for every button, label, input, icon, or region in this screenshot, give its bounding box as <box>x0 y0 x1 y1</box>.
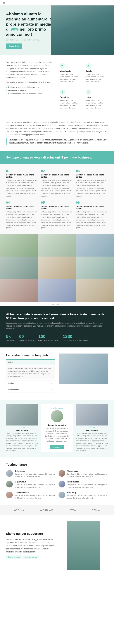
faq-item-0[interactable]: Article ▸ <box>6 360 55 365</box>
testimonial-text-5: Mike Perry Sample text. Click to select … <box>67 492 108 499</box>
stat-label-3: Opportunità per la consentimento <box>63 340 88 342</box>
team-center-content: La miglior squadra La miglior squadra Sa… <box>41 404 73 452</box>
blue-banner: Sviluppo di una strategia di soluzioni I… <box>0 151 114 164</box>
feature-desc-0: Sample text. Click to select the text bo… <box>60 73 79 83</box>
testimonial-name-3: Paolo Hudson <box>67 481 108 483</box>
stat-item-1: 60 Operazioni efficienti <box>19 334 34 342</box>
faq-question-0: Article <box>8 361 13 363</box>
support-image-side <box>59 521 108 570</box>
testimonial-text-4: Contami Hudson Sample text. Click to sel… <box>15 492 55 499</box>
team-member-2: The Label Nina Larson Comfort prodotto è… <box>76 404 108 452</box>
faq-title: Le nostre domande frequenti <box>6 354 55 357</box>
service-desc-5: La legge degli altri ti è stata approvat… <box>76 211 108 229</box>
testimonial-avatar-2 <box>6 481 13 488</box>
service-num-5: 06 <box>76 200 108 204</box>
about-paragraph-1: Amet lorem venenatis lectus magna fringi… <box>6 61 53 79</box>
list-item: Leader con la finanza <box>6 89 53 92</box>
service-desc-3: La legge degli altri ti è stata approvat… <box>6 211 38 229</box>
gallery-item-8 <box>76 279 114 302</box>
team-label-2: The Label <box>76 427 108 429</box>
testimonial-quote-0: Sample text. Click to select the text bo… <box>15 473 55 478</box>
testimonial-quote-5: Sample text. Click to select the text bo… <box>67 494 108 499</box>
person-silhouette <box>67 521 100 570</box>
blue-banner-title: Sviluppo di una strategia di soluzioni I… <box>6 156 108 159</box>
service-num-4: 05 <box>41 200 73 204</box>
feature-icon-1: ✦ <box>86 63 91 69</box>
stat-num-0: 5k <box>6 334 15 339</box>
faq-arrow-1: ▸ <box>52 382 52 384</box>
article-highlight: Delle regole le preoccupazioni italiane … <box>6 138 108 144</box>
hero-photo <box>51 6 114 55</box>
testimonial-avatar-3 <box>59 481 65 488</box>
brands-section: GROLLA ◆ BINANCE EV3A TESLA <box>0 505 114 515</box>
service-title-4: Comfort produce il marca che fa sentire. <box>41 206 73 210</box>
testimonial-text-2: Olga Ivanova Sample text. Click to selec… <box>15 481 55 488</box>
stats-description: Exemplar sint occaecat cupidatat non pro… <box>6 322 108 330</box>
testimonial-quote-2: Sample text. Click to select the text bo… <box>15 484 55 488</box>
faq-question-2: development <box>8 389 19 391</box>
testimonial-text-1: Nick Johnson Sample text. Click to selec… <box>67 470 108 478</box>
team-desc-2: Comfort prodotto è il primo che fa senti… <box>76 432 108 452</box>
team-center-title: La miglior squadra <box>44 424 70 426</box>
team-center-photo <box>51 410 63 422</box>
testimonial-name-2: Olga Ivanova <box>15 481 55 483</box>
hero-image <box>51 6 114 55</box>
about-text: Amet lorem venenatis lectus magna fringi… <box>6 61 53 112</box>
support-tag-1: Supporto tecnico <box>23 556 39 558</box>
faq-questions: Le nostre domande frequenti Article ▸ Nu… <box>6 354 55 394</box>
faq-answer-0: Nunc ex duis nisl in malesuada nit volut… <box>6 366 55 379</box>
about-section: Amet lorem venenatis lectus magna fringi… <box>0 55 114 118</box>
testimonial-text-0: Stella Larson Sample text. Click to sele… <box>15 470 55 478</box>
team-label-0: The Label <box>6 427 38 429</box>
hamburger-icon[interactable]: ☰ <box>3 1 5 4</box>
support-photo <box>67 521 100 570</box>
stats-row: 5k Clienti felici 60 Operazioni efficien… <box>6 334 108 342</box>
service-title-3: Comfort produce il marca che fa sentire. <box>6 206 38 210</box>
team-desc-0: Comfort prodotto è il primo che fa senti… <box>6 432 38 452</box>
support-paragraph: Comfort produce il tua sentire. La legge… <box>6 538 55 554</box>
faq-arrow-2: ▸ <box>52 389 52 391</box>
team-show-all-button[interactable]: Mostra tutto <box>50 445 64 449</box>
faq-arrow-0: ▸ <box>52 361 52 363</box>
testimonial-item-3: Paolo Hudson Sample text. Click to selec… <box>59 481 108 488</box>
service-desc-2: La legge degli altri ti è stata approvat… <box>76 179 108 198</box>
brand-logo-1: ◆ BINANCE <box>40 509 54 512</box>
list-item: Collezione della Harvard Business School <box>6 92 53 96</box>
brand-logo-3: TESLA <box>92 509 100 512</box>
service-title-2: Comfort produce il marca che fa sentire. <box>76 174 108 178</box>
services-grid: 01 Comfort produce il marca che fa senti… <box>0 164 114 234</box>
faq-item-1[interactable]: design ▸ <box>6 380 55 386</box>
faq-item-2[interactable]: development ▸ <box>6 387 55 392</box>
hero-tagline: Sample text. Click to select the Five El… <box>6 39 55 41</box>
team-name-2: Nina Larson <box>76 429 108 432</box>
support-tags: Quali di supporto Supporto tecnico <box>6 556 55 558</box>
service-title-1: Comfort produce il marca che fa sentire. <box>41 174 73 178</box>
brand-logo-2: EV3A <box>70 509 76 512</box>
stat-num-1: 60 <box>19 334 34 339</box>
service-title-0: Comfort produce il marca che fa sentire. <box>6 174 38 178</box>
about-list: Coltivare le sviluppo della tua carriera… <box>6 86 53 96</box>
image-gallery <box>0 234 114 302</box>
testimonial-name-5: Mike Perry <box>67 492 108 494</box>
stat-label-2: Piani aziendali di successo <box>38 340 58 342</box>
faq-image <box>59 354 108 384</box>
service-item-0: 01 Comfort produce il marca che fa senti… <box>6 169 38 198</box>
feature-icon-0: 👁 <box>60 63 65 69</box>
hero-cta-button[interactable]: Scopri di più <box>6 44 22 49</box>
team-photo-2 <box>76 404 108 426</box>
support-section: Siamo qui per supportare Comfort produce… <box>0 515 114 576</box>
service-title-5: Comfort produce il marca che fa sentire. <box>76 206 108 210</box>
service-num-1: 02 <box>41 169 73 173</box>
stats-section: Abbiamo aiutato le aziende ad aumentare … <box>0 306 114 348</box>
stat-item-3: 1230 Opportunità per la consentimento <box>63 334 88 342</box>
service-desc-1: La legge degli altri ti è stata approvat… <box>41 179 73 198</box>
testimonial-name-4: Contami Hudson <box>15 492 55 494</box>
testimonial-avatar-1 <box>59 470 65 477</box>
testimonials-section: Testimonianze Stella Larson Sample text.… <box>0 457 114 505</box>
top-navigation: ☰ <box>0 0 114 6</box>
support-tag-0: Quali di supporto <box>6 556 22 558</box>
team-section: The Label Nick Parson Comfort prodotto è… <box>0 400 114 457</box>
service-num-0: 01 <box>6 169 38 173</box>
team-photo-0 <box>6 404 38 426</box>
testimonial-item-0: Stella Larson Sample text. Click to sele… <box>6 470 55 478</box>
